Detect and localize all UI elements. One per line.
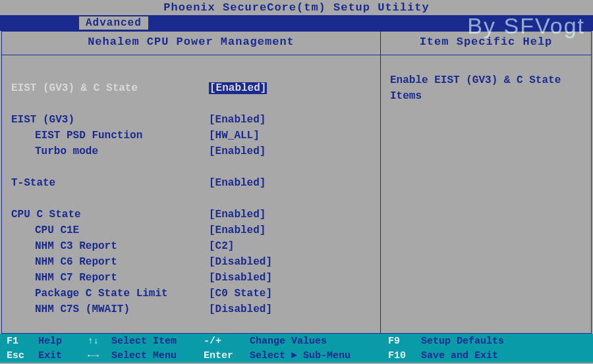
setting-value[interactable]: Disabled xyxy=(209,272,272,284)
setting-value[interactable]: Disabled xyxy=(209,303,272,315)
action-select-item: Select Item xyxy=(111,336,204,347)
main-panel: Nehalem CPU Power Management EIST (GV3) … xyxy=(2,32,381,333)
setting-value[interactable]: Enabled xyxy=(209,177,266,189)
setting-value[interactable]: Enabled xyxy=(209,209,266,221)
footer-keys: F1 Help ↑↓ Select Item -/+ Change Values… xyxy=(0,334,593,363)
help-text: Enable EIST (GV3) & C State Items xyxy=(381,55,591,333)
footer-row-1: F1 Help ↑↓ Select Item -/+ Change Values… xyxy=(7,334,586,348)
key-f10[interactable]: F10 xyxy=(388,350,421,361)
action-setup-defaults: Setup Defaults xyxy=(421,336,504,347)
setting-label: T-State xyxy=(11,177,209,189)
setting-eist-gv3[interactable]: EIST (GV3) Enabled xyxy=(11,112,371,128)
setting-label: EIST (GV3) & C State xyxy=(11,82,209,94)
action-exit: Exit xyxy=(38,350,88,361)
action-save-exit: Save and Exit xyxy=(421,350,498,361)
setting-value[interactable]: C0 State xyxy=(209,288,272,299)
setting-value[interactable]: HW_ALL xyxy=(209,130,260,142)
action-help: Help xyxy=(38,336,88,347)
action-change-values: Change Values xyxy=(250,336,388,347)
action-select-menu: Select Menu xyxy=(111,350,204,361)
setting-label: NHM C6 Report xyxy=(11,256,209,268)
setting-label: Turbo mode xyxy=(11,145,209,157)
setting-pkg-climit[interactable]: Package C State Limit C0 State xyxy=(11,286,371,301)
setting-value[interactable]: Enabled xyxy=(209,82,267,94)
setting-tstate[interactable]: T-State Enabled xyxy=(11,175,371,191)
settings-list: EIST (GV3) & C State Enabled EIST (GV3) … xyxy=(2,55,380,333)
setting-label: NHM C7S (MWAIT) xyxy=(11,303,209,315)
setting-cpu-cstate[interactable]: CPU C State Enabled xyxy=(11,207,371,222)
footer-row-2: Esc Exit ←→ Select Menu Enter Select ► S… xyxy=(7,348,586,363)
key-esc[interactable]: Esc xyxy=(7,350,38,361)
setting-label: EIST PSD Function xyxy=(11,130,209,142)
setting-label: NHM C3 Report xyxy=(11,240,209,252)
arrow-leftright-icon: ←→ xyxy=(88,350,111,361)
setting-value[interactable]: Enabled xyxy=(209,145,266,157)
arrow-updown-icon: ↑↓ xyxy=(88,336,111,346)
setting-eist-cstate[interactable]: EIST (GV3) & C State Enabled xyxy=(11,80,371,96)
key-enter[interactable]: Enter xyxy=(204,350,250,361)
setting-value[interactable]: C2 xyxy=(209,240,234,252)
main-panel-header: Nehalem CPU Power Management xyxy=(2,32,380,55)
setting-turbo[interactable]: Turbo mode Enabled xyxy=(11,143,371,159)
setting-label: NHM C7 Report xyxy=(11,272,209,284)
setting-label: EIST (GV3) xyxy=(11,114,209,126)
setting-value[interactable]: Disabled xyxy=(209,256,272,268)
key-f9[interactable]: F9 xyxy=(388,336,421,347)
content-area: Nehalem CPU Power Management EIST (GV3) … xyxy=(1,31,592,334)
setting-cpu-c1e[interactable]: CPU C1E Enabled xyxy=(11,222,371,238)
setting-nhm-c6[interactable]: NHM C6 Report Disabled xyxy=(11,254,371,270)
help-panel-header: Item Specific Help xyxy=(381,32,591,55)
setting-label: Package C State Limit xyxy=(11,288,209,299)
key-plusminus[interactable]: -/+ xyxy=(204,336,250,347)
setting-eist-psd[interactable]: EIST PSD Function HW_ALL xyxy=(11,128,371,143)
action-select-submenu: Select ► Sub-Menu xyxy=(250,350,388,361)
setting-label: CPU C State xyxy=(11,209,209,221)
tab-bar: Advanced xyxy=(0,15,593,31)
setting-nhm-c3[interactable]: NHM C3 Report C2 xyxy=(11,238,371,254)
help-panel: Item Specific Help Enable EIST (GV3) & C… xyxy=(381,32,591,333)
setting-nhm-c7[interactable]: NHM C7 Report Disabled xyxy=(11,270,371,286)
setting-label: CPU C1E xyxy=(11,224,209,236)
tab-advanced[interactable]: Advanced xyxy=(79,16,148,30)
setting-value[interactable]: Enabled xyxy=(209,114,266,126)
setting-nhm-c7s[interactable]: NHM C7S (MWAIT) Disabled xyxy=(11,301,371,317)
bios-title: Phoenix SecureCore(tm) Setup Utility xyxy=(0,0,593,15)
setting-value[interactable]: Enabled xyxy=(209,224,266,236)
key-f1[interactable]: F1 xyxy=(7,336,38,347)
